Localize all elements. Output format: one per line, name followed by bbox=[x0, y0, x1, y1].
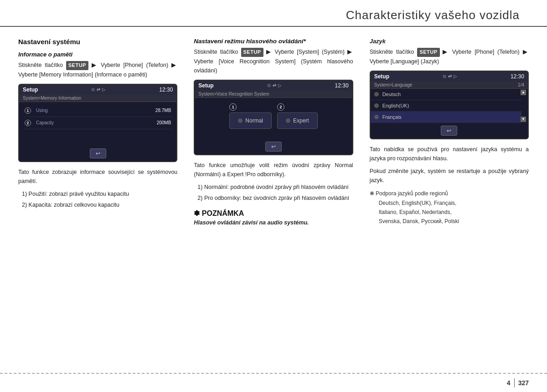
lang-label-deutsch: Deutsch bbox=[382, 92, 401, 97]
col1-desc: Tato funkce zobrazuje informace souvisej… bbox=[18, 168, 177, 186]
vr-btn-expert[interactable]: Expert bbox=[277, 112, 318, 129]
col2-arrow: ▶ bbox=[266, 49, 275, 55]
note-title: ✽ POZNÁMKA bbox=[194, 209, 353, 218]
col1-intro: Stiskněte tlačítko SETUP ▶ Vyberte [Phon… bbox=[18, 61, 177, 79]
footer-divider bbox=[514, 378, 515, 387]
row-value-using: 28.7MB bbox=[155, 108, 171, 113]
col2-list2: 2) Pro odborníky: bez úvodních zpráv při… bbox=[194, 193, 353, 203]
col3: Jazyk Stiskněte tlačítko SETUP ▶ Vyberte… bbox=[361, 38, 529, 226]
screen-breadcrumb-2: System>Voice Recognition System bbox=[195, 91, 352, 98]
lang-label-francais: Français bbox=[382, 114, 402, 120]
row-num-2: 2 bbox=[25, 120, 31, 126]
row-num-1: 1 bbox=[25, 107, 31, 114]
note-box: ✽ POZNÁMKA Hlasové ovládání závisí na au… bbox=[194, 209, 353, 226]
col1-arrow: ▶ bbox=[92, 62, 101, 68]
note-text: Hlasové ovládání závisí na audio systému… bbox=[194, 219, 353, 226]
scroll-up-icon[interactable]: ▲ bbox=[521, 90, 526, 95]
screen-mockup-lang: Setup ⊙ ⇄ ▷ 12:30 System>Language 1/4 De… bbox=[370, 71, 529, 139]
screen-icons-1: ⊙ ⇄ ▷ bbox=[91, 87, 106, 92]
page-number: 4 327 bbox=[507, 378, 529, 387]
col1-list1: 1) Použití: zobrazí právě využitou kapac… bbox=[18, 189, 177, 199]
vr-num-1: 1 bbox=[229, 103, 237, 111]
vr-btn-normal[interactable]: Normal bbox=[229, 112, 272, 129]
lang-support: Deutsch, English(UK), Français, Italiano… bbox=[370, 199, 529, 226]
col3-section-title: Jazyk bbox=[370, 38, 529, 45]
vr-option-expert: 2 Expert bbox=[277, 103, 318, 129]
lang-dot-deutsch bbox=[374, 92, 379, 97]
col2-list1: 1) Normální: podrobné úvodní zprávy při … bbox=[194, 183, 353, 192]
col1-setup-badge: SETUP bbox=[66, 61, 88, 70]
col3-arrow: ▶ bbox=[443, 49, 452, 55]
screen-time-2: 12:30 bbox=[335, 82, 349, 89]
screen-icons-2: ⊙ ⇄ ▷ bbox=[267, 83, 282, 88]
screen-breadcrumb-1: System>Memory Information bbox=[19, 95, 176, 102]
col2-intro: Stiskněte tlačítko SETUP ▶ Vyberte [Syst… bbox=[194, 47, 353, 75]
content-area: Nastavení systému Informace o paměti Sti… bbox=[0, 27, 547, 235]
vr-num-2: 2 bbox=[277, 103, 284, 111]
screen-breadcrumb-3: System>Language 1/4 bbox=[371, 81, 528, 89]
row-value-capacity: 200MB bbox=[157, 120, 171, 125]
screen-mockup-memory: Setup ⊙ ⇄ ▷ 12:30 System>Memory Informat… bbox=[18, 84, 177, 162]
screen-footer-1: ↩ bbox=[19, 146, 176, 161]
col3-intro: Stiskněte tlačítko SETUP ▶ Vyberte [Phon… bbox=[370, 47, 529, 66]
screen-title-1: Setup bbox=[23, 87, 38, 93]
col2: Nastavení režimu hlasového ovládání* Sti… bbox=[186, 38, 361, 226]
screen-icons-3: ⊙ ⇄ ▷ bbox=[443, 74, 457, 79]
page-header: Charakteristiky vašeho vozidla bbox=[0, 0, 547, 27]
col3-setup-badge: SETUP bbox=[417, 48, 439, 57]
col2-desc: Tato funkce umožňuje volit režim úvodní … bbox=[194, 161, 353, 179]
col2-arrow2: ▶ bbox=[347, 49, 353, 55]
vr-screen-body: 1 Normal 2 Expert bbox=[195, 98, 352, 139]
col3-arrow2: ▶ bbox=[523, 49, 529, 55]
col1-section-title: Nastavení systému bbox=[18, 38, 177, 46]
back-button-1[interactable]: ↩ bbox=[90, 148, 106, 158]
screen-title-2: Setup bbox=[198, 82, 213, 89]
vr-option-normal: 1 Normal bbox=[229, 103, 272, 129]
page-num-value: 327 bbox=[518, 379, 529, 387]
screen-row-using: 1 Using 28.7MB bbox=[23, 105, 173, 117]
scrollbar: ▲ ▼ bbox=[521, 89, 526, 123]
screen-mockup-vr: Setup ⊙ ⇄ ▷ 12:30 System>Voice Recogniti… bbox=[194, 80, 353, 155]
screen-row-capacity: 2 Capacity 200MB bbox=[23, 117, 173, 129]
back-button-3[interactable]: ↩ bbox=[441, 126, 457, 136]
lang-dot-francais bbox=[374, 115, 379, 119]
vr-label-expert: Expert bbox=[293, 117, 309, 124]
screen-body-1: 1 Using 28.7MB 2 Capacity 200MB bbox=[19, 102, 176, 146]
col1-subsection-title: Informace o paměti bbox=[18, 51, 177, 58]
screen-topbar-2: Setup ⊙ ⇄ ▷ 12:30 bbox=[195, 81, 352, 91]
scroll-down-icon[interactable]: ▼ bbox=[521, 117, 526, 122]
screen-time-1: 12:30 bbox=[159, 87, 173, 93]
screen-topbar-3: Setup ⊙ ⇄ ▷ 12:30 bbox=[371, 71, 528, 81]
col3-desc2: Pokud změníte jazyk, systém se restartuj… bbox=[370, 167, 529, 185]
col1-list2: 2) Kapacita: zobrazí celkovou kapacitu bbox=[18, 200, 177, 209]
lang-row-francais[interactable]: Français bbox=[371, 112, 521, 123]
vr-dot-expert bbox=[286, 118, 290, 123]
row-label-using: Using bbox=[36, 108, 48, 113]
asterisk-note: ❋ Podpora jazyků podle regionů bbox=[370, 190, 529, 197]
screen-footer-2: ↩ bbox=[195, 139, 352, 154]
col3-desc1: Tato nabídka se používá pro nastavení ja… bbox=[370, 145, 529, 163]
row-label-capacity: Capacity bbox=[36, 120, 54, 125]
lang-list-container: Deutsch English(UK) Français ▲ ▼ bbox=[371, 89, 528, 123]
screen-title-3: Setup bbox=[374, 73, 389, 80]
lang-dot-english bbox=[374, 103, 379, 108]
screen-time-3: 12:30 bbox=[511, 73, 524, 80]
lang-label-english: English(UK) bbox=[382, 103, 409, 108]
screen-footer-3: ↩ bbox=[371, 123, 528, 138]
page-footer: 4 327 bbox=[0, 373, 547, 392]
vr-label-normal: Normal bbox=[245, 117, 263, 124]
lang-row-deutsch[interactable]: Deutsch bbox=[371, 89, 521, 100]
back-button-2[interactable]: ↩ bbox=[265, 142, 282, 152]
lang-row-english[interactable]: English(UK) bbox=[371, 100, 521, 112]
col1-arrow2: ▶ bbox=[171, 62, 177, 68]
screen-topbar-1: Setup ⊙ ⇄ ▷ 12:30 bbox=[19, 85, 176, 95]
col2-section-title: Nastavení režimu hlasového ovládání* bbox=[194, 38, 353, 45]
chapter-number: 4 bbox=[507, 379, 511, 387]
col2-setup-badge: SETUP bbox=[241, 48, 263, 57]
page-title: Charakteristiky vašeho vozidla bbox=[0, 8, 520, 22]
vr-dot-normal bbox=[238, 118, 243, 123]
col1: Nastavení systému Informace o paměti Sti… bbox=[18, 38, 186, 226]
